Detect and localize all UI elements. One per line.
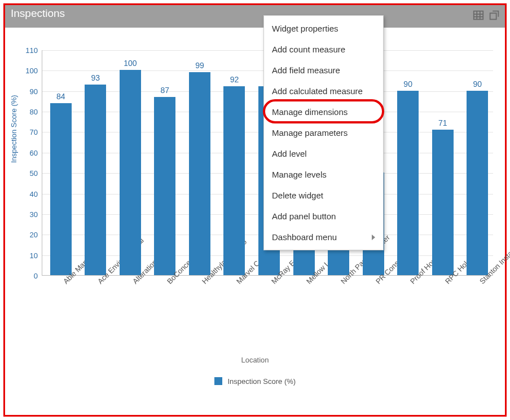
y-tick-label: 60 bbox=[30, 148, 38, 157]
bar-value-label: 71 bbox=[432, 118, 454, 130]
menu-item-label: Add level bbox=[272, 149, 307, 158]
chart-bar[interactable]: 99 bbox=[189, 72, 210, 275]
bar-value-label: 93 bbox=[85, 73, 106, 85]
menu-item-label: Add panel button bbox=[272, 211, 336, 221]
y-tick-label: 0 bbox=[34, 272, 38, 280]
menu-item[interactable]: Add panel button bbox=[264, 206, 383, 227]
bar-value-label: 100 bbox=[120, 59, 141, 70]
bar-value-label: 87 bbox=[154, 86, 175, 97]
chart-bar[interactable]: 90 bbox=[397, 91, 419, 275]
menu-item-label: Add field measure bbox=[272, 65, 340, 75]
menu-item-label: Dashboard menu bbox=[272, 232, 337, 242]
menu-item-label: Manage parameters bbox=[272, 128, 348, 138]
context-menu[interactable]: Widget propertiesAdd count measureAdd fi… bbox=[263, 15, 384, 250]
y-tick-label: 40 bbox=[30, 189, 38, 198]
menu-item[interactable]: Add calculated measure bbox=[264, 81, 383, 101]
y-tick-label: 20 bbox=[30, 231, 38, 239]
chart-bar[interactable]: 87 bbox=[154, 97, 175, 275]
submenu-arrow-icon bbox=[372, 235, 375, 240]
bar-value-label: 99 bbox=[189, 61, 210, 72]
y-axis-label: Inspection Score (%) bbox=[10, 95, 18, 163]
menu-item[interactable]: Add level bbox=[264, 143, 383, 164]
menu-item-label: Add count measure bbox=[272, 45, 345, 54]
menu-item[interactable]: Dashboard menu bbox=[264, 227, 383, 247]
legend-swatch bbox=[214, 377, 222, 385]
x-axis-label: Location bbox=[5, 356, 505, 364]
y-tick-label: 90 bbox=[30, 87, 38, 95]
y-tick-label: 80 bbox=[30, 108, 38, 116]
table-view-icon[interactable] bbox=[472, 9, 485, 24]
menu-item[interactable]: Widget properties bbox=[264, 18, 383, 39]
y-tick-label: 10 bbox=[30, 251, 38, 259]
svg-rect-5 bbox=[490, 13, 496, 19]
y-tick-label: 110 bbox=[25, 46, 38, 55]
chart-area: Inspection Score (%) 0102030405060708090… bbox=[5, 28, 505, 415]
chart-bar[interactable]: 71 bbox=[432, 130, 454, 275]
menu-item[interactable]: Manage parameters bbox=[264, 122, 383, 143]
y-tick-label: 30 bbox=[30, 210, 38, 218]
widget-title: Inspections bbox=[11, 7, 472, 20]
menu-item[interactable]: Manage levels bbox=[264, 164, 383, 185]
menu-item[interactable]: Manage dimensions bbox=[264, 101, 383, 122]
chart-bar[interactable]: 84 bbox=[50, 103, 72, 275]
bar-value-label: 84 bbox=[50, 92, 72, 103]
menu-item[interactable]: Add count measure bbox=[264, 39, 383, 60]
menu-item[interactable]: Add field measure bbox=[264, 60, 383, 81]
menu-item-label: Widget properties bbox=[272, 24, 338, 33]
chart-bar[interactable]: 100 bbox=[120, 70, 141, 275]
menu-item-label: Delete widget bbox=[272, 191, 323, 200]
chart-bar[interactable]: 93 bbox=[85, 85, 106, 275]
menu-item-label: Add calculated measure bbox=[272, 86, 363, 96]
legend-label: Inspection Score (%) bbox=[227, 377, 296, 386]
popout-icon[interactable] bbox=[488, 9, 500, 24]
bar-value-label: 90 bbox=[467, 79, 488, 91]
y-tick-label: 50 bbox=[30, 169, 38, 178]
menu-item[interactable]: Delete widget bbox=[264, 185, 383, 206]
bar-value-label: 92 bbox=[223, 75, 245, 86]
y-tick-label: 100 bbox=[25, 67, 38, 75]
chart-legend: Inspection Score (%) bbox=[5, 377, 505, 386]
menu-item-label: Manage dimensions bbox=[272, 107, 348, 117]
bar-value-label: 90 bbox=[397, 79, 419, 91]
widget-header: Inspections bbox=[5, 5, 505, 28]
chart-bar[interactable]: 92 bbox=[223, 86, 245, 275]
menu-item-label: Manage levels bbox=[272, 170, 327, 179]
header-icons bbox=[472, 9, 505, 24]
svg-rect-0 bbox=[474, 11, 483, 19]
chart-bar[interactable]: 90 bbox=[467, 91, 488, 275]
y-tick-label: 70 bbox=[30, 128, 38, 136]
